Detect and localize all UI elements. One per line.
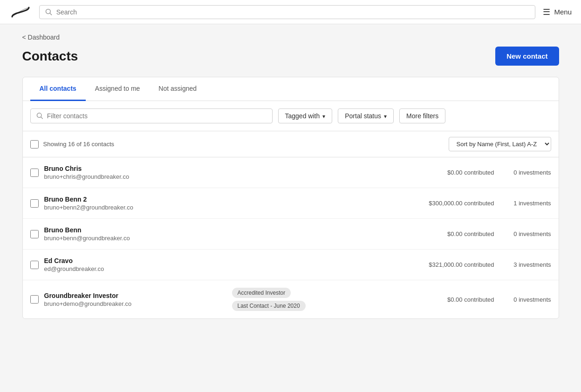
tagged-with-button[interactable]: Tagged with	[278, 108, 333, 123]
showing-count: Showing 16 of 16 contacts	[30, 140, 115, 149]
row-checkbox[interactable]	[30, 230, 39, 238]
breadcrumb: < Dashboard	[22, 34, 559, 41]
contact-investments: 0 investments	[500, 296, 551, 303]
contact-email: bruno+benn@groundbreaker.co	[44, 235, 226, 242]
table-row: Groundbreaker Investor bruno+demo@ground…	[23, 280, 559, 318]
row-checkbox[interactable]	[30, 169, 39, 177]
contact-investments: 0 investments	[500, 230, 551, 237]
top-nav: Menu	[0, 0, 581, 24]
search-icon	[45, 8, 53, 16]
contact-tags: Accredited InvestorLast Contact - June 2…	[232, 288, 414, 311]
showing-count-text: Showing 16 of 16 contacts	[43, 141, 115, 148]
chevron-down-icon	[322, 112, 325, 120]
contact-email: ed@groundbreaker.co	[44, 265, 226, 272]
table-row: Bruno Chris bruno+chris@groundbreaker.co…	[23, 157, 559, 188]
page-content: < Dashboard Contacts New contact All con…	[11, 24, 570, 328]
row-checkbox[interactable]	[30, 261, 39, 269]
page-title: Contacts	[22, 49, 78, 64]
row-checkbox[interactable]	[30, 295, 39, 304]
contact-investments: 3 investments	[500, 261, 551, 268]
contact-name: Groundbreaker Investor	[44, 292, 226, 299]
menu-button[interactable]: Menu	[543, 7, 572, 17]
global-search-input[interactable]	[56, 8, 530, 16]
contact-contributed: $0.00 contributed	[420, 169, 494, 176]
table-row: Bruno Benn 2 bruno+benn2@groundbreaker.c…	[23, 188, 559, 219]
table-row: Bruno Benn bruno+benn@groundbreaker.co $…	[23, 219, 559, 250]
row-checkbox[interactable]	[30, 199, 39, 208]
page-header: Contacts New contact	[22, 47, 559, 66]
tabs-bar: All contacts Assigned to me Not assigned	[23, 77, 559, 101]
tag-badge: Accredited Investor	[232, 288, 291, 298]
contact-email: bruno+demo@groundbreaker.co	[44, 300, 226, 307]
contact-name: Bruno Benn 2	[44, 196, 226, 203]
hamburger-icon	[543, 7, 550, 17]
portal-status-label: Portal status	[345, 112, 381, 120]
contact-info: Ed Cravo ed@groundbreaker.co	[44, 257, 226, 272]
contact-contributed: $0.00 contributed	[420, 296, 494, 303]
logo	[9, 4, 32, 20]
table-meta-row: Showing 16 of 16 contacts Sort by Name (…	[23, 131, 559, 157]
portal-status-button[interactable]: Portal status	[338, 108, 394, 123]
contact-name: Ed Cravo	[44, 257, 226, 264]
contact-info: Bruno Benn bruno+benn@groundbreaker.co	[44, 226, 226, 242]
contact-email: bruno+chris@groundbreaker.co	[44, 173, 226, 180]
more-filters-button[interactable]: More filters	[399, 108, 445, 123]
tagged-with-label: Tagged with	[285, 112, 320, 120]
new-contact-button[interactable]: New contact	[495, 47, 559, 66]
contact-name: Bruno Chris	[44, 165, 226, 172]
sort-select[interactable]: Sort by Name (First, Last) A-Z	[449, 137, 551, 151]
tab-all-contacts[interactable]: All contacts	[30, 77, 86, 101]
contact-name: Bruno Benn	[44, 226, 226, 234]
tab-assigned-to-me[interactable]: Assigned to me	[86, 77, 150, 101]
filter-search-icon	[36, 112, 43, 120]
contact-info: Bruno Chris bruno+chris@groundbreaker.co	[44, 165, 226, 180]
filter-row: Tagged with Portal status More filters	[23, 101, 559, 131]
tab-not-assigned[interactable]: Not assigned	[149, 77, 206, 101]
more-filters-label: More filters	[406, 112, 438, 120]
select-all-checkbox[interactable]	[30, 140, 39, 149]
contact-investments: 0 investments	[500, 169, 551, 176]
breadcrumb-link[interactable]: < Dashboard	[22, 34, 60, 41]
table-row: Ed Cravo ed@groundbreaker.co $321,000.00…	[23, 250, 559, 280]
contact-info: Groundbreaker Investor bruno+demo@ground…	[44, 292, 226, 307]
filter-search-bar[interactable]	[30, 108, 273, 123]
contact-email: bruno+benn2@groundbreaker.co	[44, 204, 226, 211]
global-search-bar[interactable]	[39, 5, 535, 19]
filter-contacts-input[interactable]	[47, 112, 267, 120]
menu-label: Menu	[554, 8, 572, 16]
contacts-list: Bruno Chris bruno+chris@groundbreaker.co…	[23, 157, 559, 318]
contact-contributed: $321,000.00 contributed	[420, 261, 494, 268]
contact-info: Bruno Benn 2 bruno+benn2@groundbreaker.c…	[44, 196, 226, 211]
contact-contributed: $0.00 contributed	[420, 230, 494, 237]
tag-badge: Last Contact - June 2020	[232, 301, 306, 311]
contact-contributed: $300,000.00 contributed	[420, 200, 494, 207]
contacts-card: All contacts Assigned to me Not assigned…	[22, 77, 559, 319]
chevron-down-icon	[384, 112, 387, 120]
contact-investments: 1 investments	[500, 200, 551, 207]
